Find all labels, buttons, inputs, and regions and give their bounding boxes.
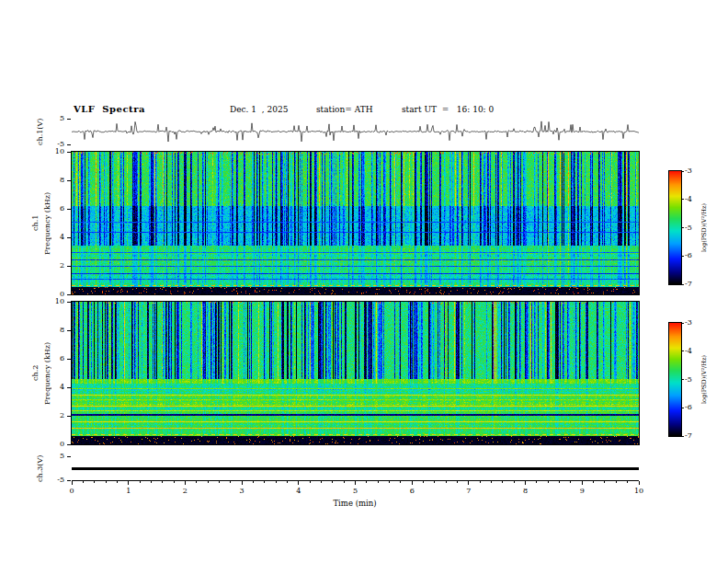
ch1-channel-label: ch.1 bbox=[30, 152, 41, 294]
colorbar-ch2-frame bbox=[668, 322, 682, 437]
x-minor-tick bbox=[106, 481, 107, 483]
x-minor-tick bbox=[400, 481, 401, 483]
colorbar-tick-label: -5 bbox=[685, 376, 701, 384]
y-tick bbox=[67, 294, 71, 295]
colorbar-ch1-frame bbox=[668, 170, 682, 285]
x-tick bbox=[72, 481, 73, 485]
colorbar-tick-label: -7 bbox=[685, 432, 701, 440]
y-tick bbox=[67, 152, 71, 153]
y-tick-label: 6 bbox=[46, 205, 64, 213]
x-tick bbox=[639, 481, 640, 485]
y-tick bbox=[67, 416, 71, 417]
y-tick bbox=[67, 480, 71, 481]
colorbar-tick bbox=[681, 379, 684, 380]
x-minor-tick bbox=[174, 481, 175, 483]
x-tick-label: 5 bbox=[345, 488, 367, 495]
y-tick bbox=[67, 209, 71, 210]
ch2-channel-label: ch.2 bbox=[30, 302, 41, 444]
x-tick-label: 8 bbox=[515, 488, 537, 495]
colorbar-tick bbox=[681, 256, 684, 257]
y-tick-label: 5 bbox=[46, 453, 64, 460]
y-tick bbox=[67, 144, 71, 145]
y-tick bbox=[67, 180, 71, 181]
x-tick bbox=[128, 481, 129, 485]
y-tick bbox=[67, 266, 71, 267]
x-minor-tick bbox=[570, 481, 571, 483]
x-minor-tick bbox=[627, 481, 628, 483]
x-tick-label: 3 bbox=[231, 488, 253, 495]
y-tick bbox=[67, 237, 71, 238]
y-tick bbox=[67, 302, 71, 303]
x-minor-tick bbox=[423, 481, 424, 483]
x-minor-tick bbox=[457, 481, 458, 483]
ch2-spectrogram-frame bbox=[71, 301, 640, 445]
x-minor-tick bbox=[593, 481, 594, 483]
x-minor-tick bbox=[344, 481, 345, 483]
x-minor-tick bbox=[276, 481, 277, 483]
y-tick-label: 2 bbox=[46, 262, 64, 270]
x-axis-label: Time (min) bbox=[309, 500, 401, 508]
figure-station: station= ATH bbox=[316, 106, 373, 114]
x-minor-tick bbox=[434, 481, 435, 483]
x-minor-tick bbox=[140, 481, 141, 483]
colorbar-tick bbox=[681, 199, 684, 200]
y-tick-label: 10 bbox=[46, 148, 64, 155]
ch1-spectrogram bbox=[72, 152, 639, 294]
x-minor-tick bbox=[230, 481, 231, 483]
x-tick bbox=[355, 481, 356, 485]
y-tick-label: 4 bbox=[46, 234, 64, 241]
colorbar-tick bbox=[681, 436, 684, 437]
colorbar-tick bbox=[681, 171, 684, 172]
x-tick-label: 6 bbox=[401, 488, 423, 495]
x-minor-tick bbox=[310, 481, 311, 483]
colorbar-ch2 bbox=[669, 323, 681, 436]
x-tick bbox=[412, 481, 413, 485]
x-tick bbox=[525, 481, 526, 485]
x-minor-tick bbox=[264, 481, 265, 483]
ch1-frequency-axis-label: Frequency (kHz) bbox=[42, 152, 53, 294]
y-tick-label: 5 bbox=[46, 115, 64, 122]
colorbar-tick bbox=[681, 408, 684, 408]
figure-start-ut: start UT = 16: 10: 0 bbox=[402, 106, 494, 114]
colorbar-tick bbox=[681, 227, 684, 228]
x-tick bbox=[185, 481, 186, 485]
colorbar-tick-label: -5 bbox=[685, 224, 701, 232]
x-tick bbox=[582, 481, 583, 485]
x-minor-tick bbox=[480, 481, 481, 483]
y-tick bbox=[67, 359, 71, 360]
ch1-voltage-axis-label: ch.1(V) bbox=[35, 113, 46, 150]
y-tick bbox=[67, 119, 71, 120]
colorbar-tick bbox=[681, 350, 684, 351]
x-tick-label: 7 bbox=[458, 488, 480, 495]
y-tick bbox=[67, 444, 71, 445]
ch3-waveform-plot bbox=[72, 456, 639, 480]
x-minor-tick bbox=[604, 481, 605, 483]
x-tick bbox=[242, 481, 243, 485]
x-tick-label: 4 bbox=[288, 488, 310, 495]
ch2-spectrogram bbox=[72, 302, 639, 444]
x-tick-label: 10 bbox=[628, 488, 650, 495]
x-minor-tick bbox=[514, 481, 515, 483]
x-minor-tick bbox=[162, 481, 163, 483]
x-tick-label: 2 bbox=[174, 488, 196, 495]
ch3-voltage-axis-label: ch.3(V) bbox=[35, 450, 46, 487]
x-minor-tick bbox=[151, 481, 152, 483]
ch1-spectrogram-frame bbox=[71, 151, 640, 295]
y-tick bbox=[67, 456, 71, 457]
x-minor-tick bbox=[389, 481, 390, 483]
colorbar-tick-label: -6 bbox=[685, 252, 701, 259]
x-minor-tick bbox=[446, 481, 447, 483]
x-minor-tick bbox=[94, 481, 95, 483]
y-tick bbox=[67, 330, 71, 331]
x-minor-tick bbox=[548, 481, 549, 483]
y-tick-label: 2 bbox=[46, 412, 64, 419]
figure-title: VLF Spectra bbox=[74, 105, 145, 114]
y-tick-label: -5 bbox=[46, 141, 64, 148]
x-tick-label: 9 bbox=[571, 488, 593, 495]
x-minor-tick bbox=[491, 481, 492, 483]
ch2-frequency-axis-label: Frequency (kHz) bbox=[42, 302, 53, 444]
x-minor-tick bbox=[616, 481, 617, 483]
y-tick bbox=[67, 387, 71, 388]
y-tick-label: -5 bbox=[46, 477, 64, 484]
x-minor-tick bbox=[196, 481, 197, 483]
